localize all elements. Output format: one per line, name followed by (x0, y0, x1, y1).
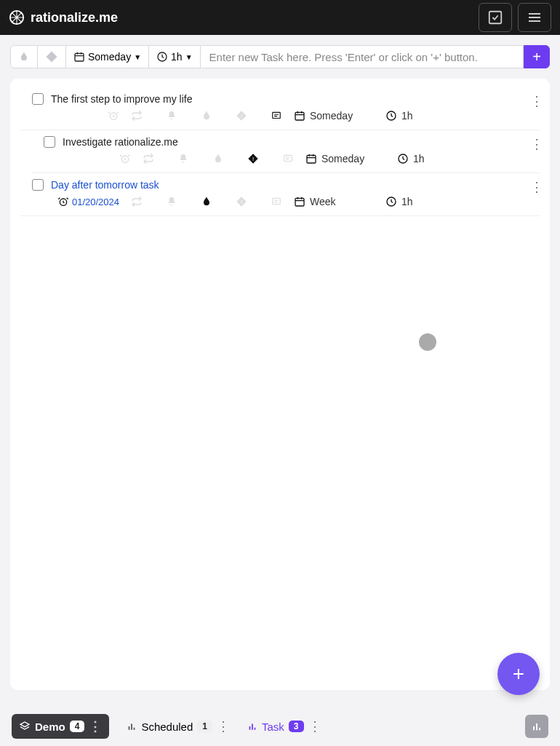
footer-task-count: 3 (289, 721, 304, 732)
brand[interactable]: rationalize.me (9, 9, 118, 25)
bell-icon[interactable] (154, 196, 189, 207)
fab-add-button[interactable]: + (497, 653, 540, 695)
dots-menu-icon[interactable]: ⋮ (89, 718, 102, 734)
svg-rect-1 (489, 12, 502, 24)
footer-demo-label: Demo (35, 721, 65, 733)
caret-down-icon: ▼ (134, 53, 141, 61)
clock-icon (385, 196, 397, 207)
svg-rect-6 (273, 112, 281, 118)
task-title[interactable]: Day after tomorrow task (51, 179, 159, 191)
dots-menu-icon[interactable]: ⋮ (217, 718, 230, 734)
app-header: rationalize.me (0, 0, 560, 35)
footer-right (525, 715, 548, 738)
priority-icon[interactable]: ! (236, 153, 271, 164)
task-checkbox[interactable] (44, 136, 55, 148)
task-checkbox[interactable] (32, 93, 44, 105)
brand-name: rationalize.me (31, 10, 118, 25)
layers-icon (19, 721, 31, 732)
task-menu-button[interactable]: ⋮ (530, 179, 543, 195)
calendar-icon (294, 110, 305, 122)
repeat-icon[interactable] (119, 110, 154, 122)
footer-scheduled-group[interactable]: Scheduled 1 ⋮ (127, 718, 230, 734)
repeat-icon[interactable] (119, 196, 154, 207)
svg-text:!: ! (241, 199, 242, 205)
task-duration[interactable]: 1h (397, 153, 441, 164)
svg-text:!: ! (241, 113, 242, 119)
footer-demo-count: 4 (70, 721, 85, 732)
stats-button[interactable] (525, 715, 548, 738)
checklist-button[interactable] (479, 3, 512, 32)
calendar-icon (294, 196, 305, 207)
task-schedule[interactable]: Someday (294, 110, 364, 122)
fire-icon[interactable] (189, 109, 224, 122)
task-row: The first step to improve my life ⋮ ! So… (20, 87, 540, 130)
clock-icon (397, 153, 409, 164)
footer-task-label: Task (262, 721, 284, 733)
footer-scheduled-label: Scheduled (141, 721, 193, 733)
dots-menu-icon[interactable]: ⋮ (308, 718, 321, 734)
task-row: Investigate rationalize.me ⋮ ! Someday 1… (32, 130, 540, 173)
task-checkbox[interactable] (32, 179, 44, 191)
schedule-dropdown[interactable]: Someday ▼ (66, 46, 149, 68)
note-icon[interactable] (259, 197, 294, 207)
alarm-icon[interactable] (119, 153, 131, 164)
fire-icon[interactable] (189, 195, 224, 208)
task-date[interactable]: 01/20/2024 (57, 196, 119, 207)
priority-toggle[interactable] (38, 46, 66, 68)
note-icon[interactable] (271, 154, 305, 164)
bars-icon (247, 721, 257, 731)
task-schedule[interactable]: Week (294, 196, 364, 207)
task-menu-button[interactable]: ⋮ (530, 136, 543, 152)
task-list-panel: The first step to improve my life ⋮ ! So… (10, 79, 550, 690)
loading-indicator (419, 333, 436, 351)
task-duration[interactable]: 1h (385, 110, 429, 122)
footer-scheduled-count: 1 (197, 721, 212, 732)
svg-rect-12 (307, 155, 316, 163)
priority-icon[interactable]: ! (224, 110, 259, 122)
clock-icon (156, 51, 168, 63)
task-title[interactable]: Investigate rationalize.me (63, 136, 178, 148)
clock-icon (385, 110, 397, 122)
svg-rect-7 (295, 112, 304, 120)
duration-label: 1h (171, 51, 183, 63)
task-row: Day after tomorrow task ⋮ 01/20/2024 ! W… (20, 173, 540, 216)
calendar-icon (73, 51, 85, 63)
footer-demo-group[interactable]: Demo 4 ⋮ (12, 714, 109, 739)
task-menu-button[interactable]: ⋮ (530, 93, 543, 109)
bars-icon (127, 721, 137, 731)
alarm-icon[interactable] (108, 110, 119, 122)
new-task-input[interactable] (201, 45, 524, 68)
brand-logo-icon (9, 9, 25, 25)
bell-icon[interactable] (154, 110, 189, 122)
svg-rect-11 (284, 155, 292, 161)
fire-toggle[interactable] (11, 46, 38, 68)
duration-dropdown[interactable]: 1h ▼ (149, 46, 199, 68)
svg-rect-16 (273, 198, 281, 204)
alarm-icon (57, 196, 69, 207)
svg-rect-17 (295, 198, 304, 206)
svg-text:!: ! (252, 156, 254, 162)
task-title[interactable]: The first step to improve my life (51, 93, 193, 105)
header-actions (479, 3, 551, 32)
footer-bar: Demo 4 ⋮ Scheduled 1 ⋮ Task 3 ⋮ (0, 707, 560, 746)
task-duration[interactable]: 1h (385, 196, 429, 207)
caret-down-icon: ▼ (185, 53, 193, 61)
new-task-toolbar: Someday ▼ 1h ▼ + (0, 35, 560, 68)
add-task-button[interactable]: + (524, 45, 550, 68)
priority-icon[interactable]: ! (224, 196, 259, 207)
schedule-label: Someday (88, 51, 131, 63)
note-icon[interactable] (259, 111, 294, 121)
calendar-icon (305, 153, 317, 164)
bell-icon[interactable] (166, 153, 201, 164)
task-schedule[interactable]: Someday (305, 153, 375, 164)
svg-rect-2 (75, 53, 84, 61)
fire-icon[interactable] (201, 152, 236, 165)
toolbar-options: Someday ▼ 1h ▼ (10, 45, 201, 68)
repeat-icon[interactable] (131, 153, 166, 164)
footer-task-group[interactable]: Task 3 ⋮ (247, 718, 321, 734)
hamburger-menu-button[interactable] (518, 3, 551, 32)
